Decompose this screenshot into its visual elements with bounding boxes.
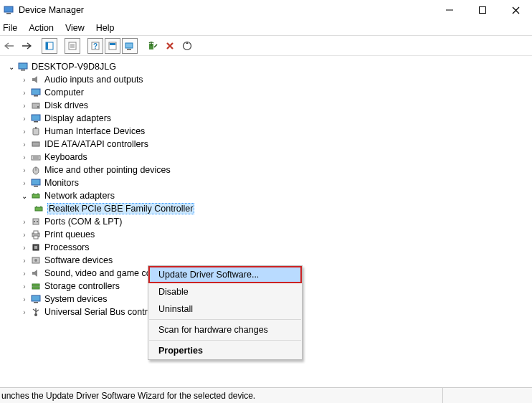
chevron-right-icon[interactable]: › bbox=[20, 217, 29, 226]
toolbar-update-driver-button[interactable] bbox=[122, 38, 138, 54]
tree-label: Disk drives bbox=[44, 100, 88, 110]
chevron-right-icon[interactable]: › bbox=[20, 308, 29, 316]
chevron-right-icon[interactable]: › bbox=[20, 88, 29, 97]
chevron-right-icon[interactable]: › bbox=[20, 243, 29, 252]
window-title: Device Manager bbox=[19, 5, 433, 15]
menu-file[interactable]: File bbox=[3, 23, 17, 33]
svg-rect-37 bbox=[34, 186, 38, 187]
minimize-button[interactable] bbox=[433, 0, 466, 20]
svg-rect-28 bbox=[33, 128, 39, 135]
tree-label: Human Interface Devices bbox=[44, 126, 145, 136]
toolbar-back-button[interactable] bbox=[1, 38, 17, 54]
toolbar-properties-button[interactable] bbox=[65, 38, 80, 54]
svg-rect-57 bbox=[34, 302, 38, 303]
chevron-right-icon[interactable]: › bbox=[20, 179, 29, 187]
tree-display[interactable]: › Display adapters bbox=[0, 112, 532, 125]
svg-rect-54 bbox=[32, 284, 39, 286]
tree-label: Software devices bbox=[44, 255, 113, 265]
tree-label: Ports (COM & LPT) bbox=[44, 217, 122, 227]
tree-ports[interactable]: › Ports (COM & LPT) bbox=[0, 215, 532, 228]
status-bar: unches the Update Driver Software Wizard… bbox=[0, 387, 532, 403]
cpu-icon bbox=[30, 242, 42, 253]
tree-label: Computer bbox=[44, 87, 84, 98]
tree-root-label: DESKTOP-V9D8JLG bbox=[32, 62, 116, 72]
toolbar-button-5[interactable] bbox=[105, 38, 120, 54]
svg-rect-36 bbox=[32, 179, 40, 185]
tree-mice[interactable]: › Mice and other pointing devices bbox=[0, 163, 532, 176]
chevron-down-icon[interactable]: ⌄ bbox=[20, 191, 29, 200]
chevron-right-icon[interactable]: › bbox=[20, 153, 29, 161]
tree-label: Storage controllers bbox=[44, 281, 120, 291]
svg-rect-51 bbox=[34, 246, 37, 249]
svg-rect-56 bbox=[32, 295, 40, 301]
svg-rect-48 bbox=[34, 231, 38, 234]
chevron-right-icon[interactable]: › bbox=[20, 114, 29, 123]
tree-label: IDE ATA/ATAPI controllers bbox=[44, 139, 148, 149]
chevron-right-icon[interactable]: › bbox=[20, 269, 29, 278]
chevron-right-icon[interactable]: › bbox=[20, 282, 29, 290]
chevron-right-icon[interactable]: › bbox=[20, 256, 29, 265]
ctx-update-driver[interactable]: Update Driver Software... bbox=[148, 266, 302, 283]
chevron-right-icon[interactable]: › bbox=[20, 140, 29, 148]
keyboard-icon bbox=[30, 151, 42, 163]
tree-keyboards[interactable]: › Keyboards bbox=[0, 151, 532, 163]
tree-label: Monitors bbox=[44, 178, 79, 188]
display-icon bbox=[30, 113, 42, 124]
svg-rect-26 bbox=[32, 115, 40, 120]
tree-root[interactable]: ⌄ DESKTOP-V9D8JLG bbox=[0, 60, 532, 73]
svg-rect-17 bbox=[127, 49, 131, 50]
tree-disk[interactable]: › Disk drives bbox=[0, 99, 532, 112]
tree-print[interactable]: › Print queues bbox=[0, 228, 532, 241]
svg-rect-55 bbox=[32, 287, 39, 289]
tree-ide[interactable]: › IDE ATA/ATAPI controllers bbox=[0, 138, 532, 151]
software-icon bbox=[30, 255, 42, 266]
chevron-right-icon[interactable]: › bbox=[20, 230, 29, 239]
ctx-properties[interactable]: Properties bbox=[148, 342, 302, 359]
ctx-separator bbox=[149, 340, 301, 341]
mouse-icon bbox=[30, 164, 42, 176]
menu-view[interactable]: View bbox=[65, 23, 85, 33]
svg-text:?: ? bbox=[93, 42, 98, 50]
ctx-scan[interactable]: Scan for hardware changes bbox=[148, 321, 302, 338]
chevron-right-icon[interactable]: › bbox=[20, 127, 29, 136]
network-adapter-icon bbox=[33, 203, 44, 214]
svg-rect-3 bbox=[480, 7, 486, 14]
menu-action[interactable]: Action bbox=[29, 23, 54, 33]
status-divider bbox=[442, 388, 443, 403]
tree-label: Realtek PCIe GBE Family Controller bbox=[47, 203, 194, 214]
toolbar-uninstall-button[interactable] bbox=[162, 38, 178, 54]
printer-icon bbox=[30, 229, 42, 240]
svg-rect-30 bbox=[32, 142, 39, 146]
svg-rect-15 bbox=[110, 43, 115, 45]
toolbar-scan-button[interactable] bbox=[179, 38, 195, 54]
tree-realtek[interactable]: Realtek PCIe GBE Family Controller bbox=[0, 202, 532, 215]
chevron-right-icon[interactable]: › bbox=[20, 166, 29, 174]
title-bar: Device Manager bbox=[0, 0, 532, 20]
toolbar-enable-button[interactable] bbox=[145, 38, 161, 54]
tree-network[interactable]: ⌄ Network adapters bbox=[0, 189, 532, 202]
tree-monitors[interactable]: › Monitors bbox=[0, 176, 532, 189]
device-tree[interactable]: ⌄ DESKTOP-V9D8JLG › Audio inputs and out… bbox=[0, 56, 532, 371]
chevron-down-icon[interactable]: ⌄ bbox=[7, 62, 16, 71]
tree-label: Audio inputs and outputs bbox=[44, 75, 143, 85]
chevron-right-icon[interactable]: › bbox=[20, 295, 29, 303]
maximize-button[interactable] bbox=[466, 0, 499, 20]
ctx-disable[interactable]: Disable bbox=[148, 283, 302, 300]
toolbar-show-hide-button[interactable] bbox=[42, 38, 57, 54]
tree-computer[interactable]: › Computer bbox=[0, 86, 532, 99]
menu-help[interactable]: Help bbox=[96, 23, 115, 33]
tree-label: Keyboards bbox=[44, 152, 87, 162]
chevron-right-icon[interactable]: › bbox=[20, 101, 29, 110]
window-controls bbox=[433, 0, 532, 20]
tree-processors[interactable]: › Processors bbox=[0, 241, 532, 254]
toolbar-forward-button[interactable] bbox=[19, 38, 34, 54]
chevron-right-icon[interactable]: › bbox=[20, 75, 29, 84]
close-button[interactable] bbox=[499, 0, 532, 20]
tree-audio[interactable]: › Audio inputs and outputs bbox=[0, 73, 532, 86]
ctx-uninstall[interactable]: Uninstall bbox=[148, 300, 302, 318]
tree-hid[interactable]: › Human Interface Devices bbox=[0, 125, 532, 138]
computer-icon bbox=[17, 61, 29, 72]
storage-icon bbox=[30, 280, 42, 292]
status-text: unches the Update Driver Software Wizard… bbox=[1, 391, 440, 401]
toolbar-help-button[interactable]: ? bbox=[87, 38, 103, 54]
